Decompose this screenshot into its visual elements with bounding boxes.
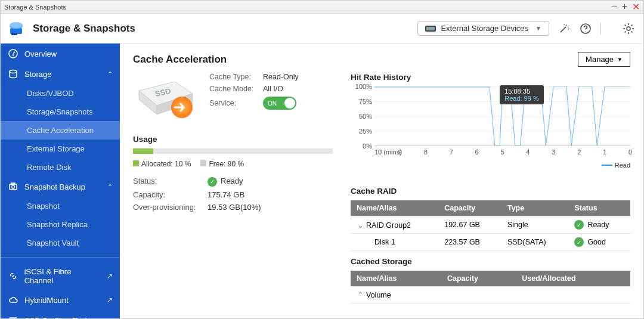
external-link-icon: ↗ bbox=[107, 316, 113, 318]
free-legend: Free: 90 % bbox=[200, 160, 244, 168]
external-storage-label: External Storage Devices bbox=[441, 24, 528, 33]
service-toggle[interactable]: ON bbox=[263, 97, 296, 110]
sidebar-item-remote-disk[interactable]: Remote Disk bbox=[1, 158, 120, 176]
minimize-icon[interactable]: – bbox=[612, 1, 617, 13]
manage-label: Manage bbox=[586, 55, 614, 64]
sidebar: Overview Storage ⌃ Disks/VJBOD Storage/S… bbox=[1, 44, 120, 318]
sidebar-label: SSD Profiling Tool bbox=[24, 316, 87, 319]
cache-raid-title: Cache RAID bbox=[351, 187, 630, 196]
collapse-icon[interactable]: ⌄ bbox=[357, 221, 364, 230]
allocated-legend: Allocated: 10 % bbox=[133, 160, 191, 168]
svg-point-7 bbox=[627, 27, 630, 30]
close-icon[interactable]: ✕ bbox=[632, 1, 640, 13]
sidebar-item-disks[interactable]: Disks/VJBOD bbox=[1, 84, 120, 103]
svg-rect-5 bbox=[426, 27, 435, 30]
svg-point-11 bbox=[12, 185, 15, 188]
sidebar-label: HybridMount bbox=[24, 296, 69, 305]
external-link-icon: ↗ bbox=[107, 272, 113, 280]
wand-icon[interactable] bbox=[558, 22, 571, 35]
sidebar-item-storage-snapshots[interactable]: Storage/Snapshots bbox=[1, 103, 120, 121]
col-name[interactable]: Name/Alias bbox=[351, 271, 441, 287]
cloud-icon bbox=[8, 295, 18, 305]
page-title: Cache Acceleration bbox=[133, 54, 227, 66]
usage-allocated-fill bbox=[133, 148, 153, 154]
hit-history-title: Hit Rate History bbox=[351, 73, 630, 82]
manage-button[interactable]: Manage ▼ bbox=[578, 52, 630, 67]
cache-type-value: Read-Only bbox=[263, 73, 299, 81]
main-content: Cache Acceleration Manage ▼ SSD bbox=[120, 44, 643, 318]
chart-legend: Read bbox=[602, 162, 630, 169]
overview-icon bbox=[8, 48, 18, 59]
sidebar-item-overview[interactable]: Overview bbox=[1, 44, 120, 64]
ssd-illustration: SSD bbox=[133, 73, 199, 126]
service-key: Service: bbox=[209, 99, 263, 107]
capacity-value: 175.74 GB bbox=[208, 190, 244, 199]
chevron-up-icon: ⌃ bbox=[107, 183, 113, 191]
gear-icon[interactable] bbox=[622, 22, 635, 35]
col-used[interactable]: Used/Allocated bbox=[516, 271, 630, 287]
check-icon: ✓ bbox=[574, 220, 584, 230]
sidebar-item-hybridmount[interactable]: HybridMount ↗ bbox=[1, 290, 120, 310]
sidebar-item-external-storage[interactable]: External Storage bbox=[1, 140, 120, 158]
sidebar-label: Snapshot Backup bbox=[24, 182, 85, 191]
svg-rect-3 bbox=[11, 33, 17, 35]
usage-bar bbox=[133, 148, 333, 154]
status-value: ✓Ready bbox=[208, 176, 243, 187]
overprov-value: 19.53 GB(10%) bbox=[208, 203, 261, 212]
table-row[interactable]: ⌃Volume bbox=[351, 287, 630, 303]
app-icon bbox=[9, 20, 27, 38]
capacity-key: Capacity: bbox=[133, 190, 208, 199]
link-icon bbox=[8, 271, 18, 281]
sidebar-item-ssd-profiling[interactable]: SSD Profiling Tool ↗ bbox=[1, 310, 120, 318]
snapshot-icon bbox=[8, 181, 18, 192]
sidebar-item-snapshot-backup[interactable]: Snapshot Backup ⌃ bbox=[1, 176, 120, 197]
hdd-icon bbox=[425, 24, 436, 33]
divider bbox=[600, 23, 614, 35]
sidebar-label: Overview bbox=[24, 49, 57, 58]
sidebar-item-iscsi[interactable]: iSCSI & Fibre Channel ↗ bbox=[1, 262, 120, 290]
col-capacity[interactable]: Capacity bbox=[441, 271, 516, 287]
app-title: Storage & Snapshots bbox=[33, 23, 135, 35]
window-title: Storage & Snapshots bbox=[4, 4, 66, 11]
cache-mode-key: Cache Mode: bbox=[209, 85, 263, 93]
sidebar-label: iSCSI & Fibre Channel bbox=[24, 267, 101, 285]
chevron-down-icon: ▼ bbox=[617, 57, 623, 63]
svg-point-9 bbox=[10, 70, 17, 73]
col-type[interactable]: Type bbox=[501, 200, 568, 216]
status-key: Status: bbox=[133, 176, 208, 187]
cache-mode-value: All I/O bbox=[263, 85, 283, 93]
col-name[interactable]: Name/Alias bbox=[351, 200, 438, 216]
svg-point-2 bbox=[10, 22, 23, 28]
external-storage-dropdown[interactable]: External Storage Devices ▼ bbox=[417, 21, 549, 36]
check-icon: ✓ bbox=[208, 177, 217, 187]
table-row[interactable]: ⌄RAID Group2 192.67 GB Single ✓Ready bbox=[351, 216, 630, 234]
chevron-up-icon: ⌃ bbox=[107, 70, 113, 78]
svg-rect-12 bbox=[11, 183, 15, 184]
sidebar-item-snapshot[interactable]: Snapshot bbox=[1, 197, 120, 215]
svg-rect-13 bbox=[10, 318, 17, 318]
hit-rate-chart: 100%75%50%25%0% 15:08:35 Read: 99 % bbox=[351, 86, 630, 170]
window-titlebar: Storage & Snapshots – + ✕ bbox=[1, 1, 643, 14]
cached-storage-title: Cached Storage bbox=[351, 257, 630, 266]
expand-icon[interactable]: ⌃ bbox=[357, 290, 364, 299]
sidebar-item-snapshot-replica[interactable]: Snapshot Replica bbox=[1, 215, 120, 234]
cache-type-key: Cache Type: bbox=[209, 73, 263, 81]
usage-title: Usage bbox=[133, 135, 333, 144]
chart-tooltip: 15:08:35 Read: 99 % bbox=[500, 85, 543, 104]
sidebar-item-storage[interactable]: Storage ⌃ bbox=[1, 64, 120, 84]
maximize-icon[interactable]: + bbox=[622, 1, 627, 13]
sidebar-label: Storage bbox=[24, 70, 52, 79]
cache-raid-table: Name/Alias Capacity Type Status ⌄RAID Gr… bbox=[351, 200, 630, 251]
sidebar-item-snapshot-vault[interactable]: Snapshot Vault bbox=[1, 234, 120, 252]
overprov-key: Over-provisioning: bbox=[133, 203, 208, 212]
help-icon[interactable] bbox=[579, 22, 592, 35]
external-link-icon: ↗ bbox=[107, 296, 113, 304]
ssd-icon bbox=[8, 315, 18, 318]
cached-storage-table: Name/Alias Capacity Used/Allocated ⌃Volu… bbox=[351, 271, 630, 303]
col-capacity[interactable]: Capacity bbox=[438, 200, 501, 216]
table-row[interactable]: Disk 1 223.57 GB SSD(SATA) ✓Good bbox=[351, 234, 630, 251]
storage-icon bbox=[8, 69, 18, 79]
sidebar-item-cache-acceleration[interactable]: Cache Acceleration bbox=[1, 121, 120, 140]
col-status[interactable]: Status bbox=[568, 200, 630, 216]
app-header: Storage & Snapshots External Storage Dev… bbox=[1, 14, 643, 44]
